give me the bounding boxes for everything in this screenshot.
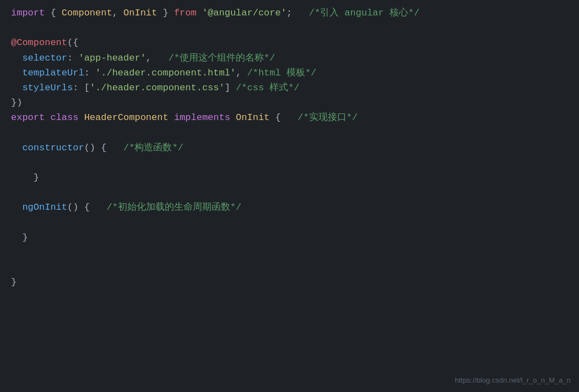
code-token: Component: [62, 8, 112, 18]
code-token: '@angular/core': [202, 8, 286, 18]
code-line: [11, 155, 568, 170]
code-token: [45, 112, 50, 123]
code-token: [78, 112, 84, 123]
code-token: [197, 8, 202, 18]
code-line: }: [11, 230, 568, 245]
code-token: './header.component.html': [95, 68, 236, 78]
code-token: }: [157, 8, 174, 18]
code-line: [11, 20, 568, 35]
code-token: ,: [146, 53, 169, 63]
code-block: import { Component, OnInit } from '@angu…: [11, 6, 568, 290]
code-token: import: [11, 8, 45, 18]
code-token: export: [11, 112, 45, 123]
code-line: import { Component, OnInit } from '@angu…: [11, 6, 568, 20]
code-token: /*实现接口*/: [297, 112, 358, 123]
code-token: /*css 样式*/: [236, 83, 300, 93]
watermark: https://blog.csdn.net/l_r_o_n_M_a_n: [455, 375, 571, 386]
code-token: './header.component.css': [90, 83, 225, 93]
code-token: ,: [236, 68, 247, 78]
code-line: }: [11, 275, 568, 290]
code-token: ]: [225, 83, 236, 93]
code-token: ,: [112, 8, 123, 18]
code-token: from: [174, 8, 197, 18]
code-token: implements: [174, 112, 230, 123]
code-token: class: [50, 112, 78, 123]
code-editor: import { Component, OnInit } from '@angu…: [0, 0, 579, 392]
code-token: }: [11, 277, 17, 287]
code-token: constructor: [22, 143, 84, 153]
code-line: templateUrl: './header.component.html', …: [11, 66, 568, 80]
code-line: [11, 215, 568, 230]
code-token: ngOnInit: [22, 202, 67, 213]
code-token: () {: [67, 202, 106, 213]
code-line: [11, 260, 568, 275]
code-token: OnInit: [123, 8, 157, 18]
code-token: OnInit: [236, 112, 269, 123]
code-token: /*引入 angular 核心*/: [309, 8, 420, 18]
code-token: styleUrls: [22, 83, 73, 93]
code-token: :: [84, 68, 95, 78]
code-line: ngOnInit() { /*初始化加载的生命周期函数*/: [11, 200, 568, 215]
code-token: 'app-header': [78, 53, 145, 63]
code-token: /*使用这个组件的名称*/: [169, 53, 275, 63]
code-token: HeaderComponent: [84, 112, 169, 123]
code-token: }): [11, 97, 22, 108]
code-line: }): [11, 95, 568, 110]
code-token: }: [11, 172, 39, 183]
code-token: [11, 68, 22, 78]
code-token: /*初始化加载的生命周期函数*/: [106, 202, 241, 213]
code-token: [11, 143, 22, 153]
code-token: ;: [286, 8, 309, 18]
code-token: [169, 112, 174, 123]
code-token: () {: [84, 143, 123, 153]
code-token: [11, 53, 22, 63]
code-line: export class HeaderComponent implements …: [11, 110, 568, 125]
code-token: [11, 202, 22, 213]
code-line: @Component({: [11, 35, 568, 50]
code-token: : [: [73, 83, 90, 93]
code-line: }: [11, 170, 568, 185]
code-token: ({: [67, 37, 78, 48]
code-line: [11, 245, 568, 260]
code-line: selector: 'app-header', /*使用这个组件的名称*/: [11, 51, 568, 66]
code-line: styleUrls: ['./header.component.css'] /*…: [11, 80, 568, 95]
code-line: [11, 185, 568, 200]
code-token: {: [269, 112, 297, 123]
code-token: {: [45, 8, 62, 18]
code-token: selector: [22, 53, 67, 63]
code-token: @Component: [11, 37, 67, 48]
code-line: [11, 126, 568, 140]
code-token: /*html 模板*/: [247, 68, 316, 78]
code-token: templateUrl: [22, 68, 84, 78]
code-token: /*构造函数*/: [123, 143, 183, 153]
code-token: [230, 112, 236, 123]
code-token: }: [11, 232, 28, 243]
code-token: [11, 83, 22, 93]
code-token: :: [67, 53, 78, 63]
code-line: constructor() { /*构造函数*/: [11, 140, 568, 155]
